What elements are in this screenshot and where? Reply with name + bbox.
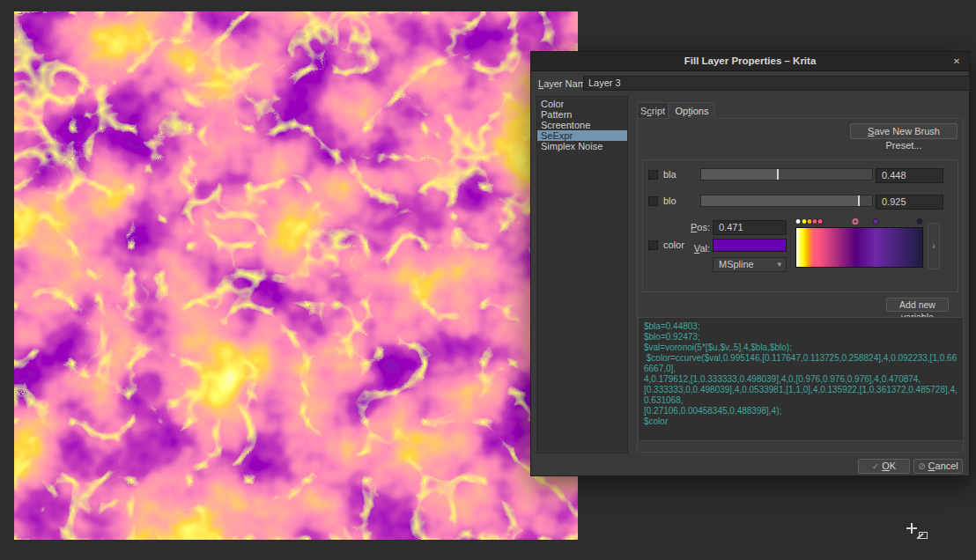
gradient-stop-7[interactable] xyxy=(917,218,923,225)
generator-item-simplex-noise[interactable]: Simplex Noise xyxy=(537,141,627,151)
close-icon[interactable]: ✕ xyxy=(950,55,963,68)
mouse-cursor-crosshair-icon xyxy=(906,523,933,546)
blo-slider-fill xyxy=(701,195,859,206)
cancel-button[interactable]: ⊘Cancel xyxy=(913,459,963,474)
gradient-stop-4[interactable] xyxy=(817,218,824,225)
dialog-titlebar[interactable]: Fill Layer Properties – Krita ✕ xyxy=(531,52,969,71)
canvas-pattern[interactable] xyxy=(14,11,578,540)
gradient-editor[interactable] xyxy=(791,216,926,270)
blo-slider-handle[interactable] xyxy=(858,195,860,206)
add-new-variable-button[interactable]: Add new variable xyxy=(886,298,949,312)
cancel-circle-icon: ⊘ xyxy=(918,461,925,471)
val-color-swatch[interactable] xyxy=(713,239,787,252)
script-line: 4,0.179612,[1,0.333333,0.498039],4,0,[0.… xyxy=(644,374,958,385)
generator-item-screentone[interactable]: Screentone xyxy=(537,120,627,130)
ok-button[interactable]: ✓OK xyxy=(858,459,910,474)
check-icon: ✓ xyxy=(872,461,879,471)
chevron-down-icon: ▾ xyxy=(777,258,781,271)
script-line: [0.333333,0,0.498039],4,0.0533981,[1,1,0… xyxy=(644,385,958,406)
tab-script[interactable]: Script xyxy=(637,102,669,118)
generator-list[interactable]: ColorPatternScreentoneSeExprSimplex Nois… xyxy=(536,96,628,453)
blo-slider[interactable] xyxy=(700,195,873,207)
layer-name-input[interactable]: Layer 3 xyxy=(583,76,971,91)
gradient-expand-button[interactable]: › xyxy=(928,223,940,269)
gradient-stop-6[interactable] xyxy=(872,218,878,225)
script-line: [0.27106,0.00458345,0.488398],4); xyxy=(644,406,958,416)
pos-label: Pos: xyxy=(689,222,710,232)
generator-item-pattern[interactable]: Pattern xyxy=(537,109,627,120)
color-label: color xyxy=(663,239,684,250)
generator-item-color[interactable]: Color xyxy=(537,99,627,109)
pos-value-field[interactable]: 0.471 xyxy=(713,220,787,235)
script-line: $color xyxy=(644,416,958,427)
bla-slider-fill xyxy=(701,169,778,180)
blo-label: blo xyxy=(663,195,677,206)
bla-label: bla xyxy=(663,169,677,180)
script-line: $blo=0.92473; xyxy=(644,332,958,343)
blo-value-field[interactable]: 0.925 xyxy=(876,195,943,210)
generator-item-seexpr[interactable]: SeExpr xyxy=(537,130,627,141)
interpolation-dropdown[interactable]: MSpline ▾ xyxy=(713,257,787,272)
dialog-title: Fill Layer Properties – Krita xyxy=(531,55,969,66)
script-line: $val=voronoi(5*[$u,$v,.5],4,$bla,$blo); xyxy=(644,343,958,353)
seexpr-script-editor[interactable]: $bla=0.44803;$blo=0.92473;$val=voronoi(5… xyxy=(638,317,964,441)
val-label: Val: xyxy=(689,243,710,254)
interpolation-value: MSpline xyxy=(719,259,754,269)
bla-value-field[interactable]: 0.448 xyxy=(876,168,943,183)
gradient-preview[interactable] xyxy=(795,227,923,268)
blo-checkbox[interactable] xyxy=(648,196,658,206)
script-line: $color=ccurve($val,0.995146,[0.117647,0.… xyxy=(644,353,958,374)
save-new-brush-preset-button[interactable]: Save New Brush Preset... xyxy=(850,123,958,139)
bla-slider-handle[interactable] xyxy=(777,169,779,180)
fill-layer-properties-dialog: Fill Layer Properties – Krita ✕ Layer Na… xyxy=(530,51,970,476)
application-window: Fill Layer Properties – Krita ✕ Layer Na… xyxy=(0,0,976,560)
tab-options[interactable]: Options xyxy=(669,102,715,119)
color-checkbox[interactable] xyxy=(648,240,658,250)
gradient-stop-5[interactable] xyxy=(853,218,859,225)
gradient-stop-0[interactable] xyxy=(795,218,802,225)
bla-checkbox[interactable] xyxy=(648,170,658,180)
bla-slider[interactable] xyxy=(700,168,873,181)
script-line: $bla=0.44803; xyxy=(644,321,958,332)
